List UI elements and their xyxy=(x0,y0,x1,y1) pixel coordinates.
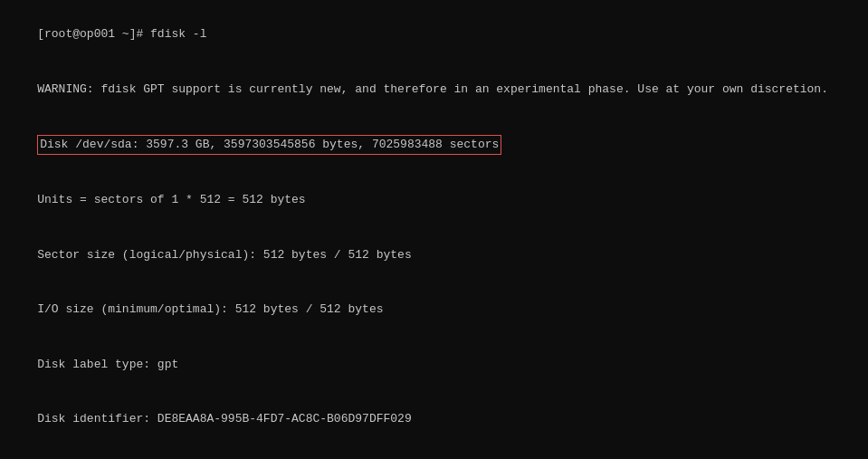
disk-sda-highlight: Disk /dev/sda: 3597.3 GB, 3597303545856 … xyxy=(37,135,501,155)
terminal: [root@op001 ~]# fdisk -l WARNING: fdisk … xyxy=(0,0,868,459)
prompt-text: [root@op001 ~]# fdisk -l xyxy=(37,27,206,41)
sector-size-sda-line: Sector size (logical/physical): 512 byte… xyxy=(9,228,859,282)
prompt-line: [root@op001 ~]# fdisk -l xyxy=(9,7,859,62)
warning-text: WARNING: fdisk GPT support is currently … xyxy=(37,82,828,96)
disk-id-sda-line: Disk identifier: DE8EAA8A-995B-4FD7-AC8C… xyxy=(9,392,859,446)
disk-sda-highlighted-line: Disk /dev/sda: 3597.3 GB, 3597303545856 … xyxy=(9,117,859,173)
io-size-sda-text: I/O size (minimum/optimal): 512 bytes / … xyxy=(37,302,383,316)
disk-label-sda-text: Disk label type: gpt xyxy=(37,358,178,371)
disk-label-sda-line: Disk label type: gpt xyxy=(9,338,859,392)
io-size-sda-line: I/O size (minimum/optimal): 512 bytes / … xyxy=(9,282,859,337)
units-sda-text: Units = sectors of 1 * 512 = 512 bytes xyxy=(37,193,305,206)
blank-1 xyxy=(9,446,859,459)
units-sda-line: Units = sectors of 1 * 512 = 512 bytes xyxy=(9,173,859,227)
warning-line: WARNING: fdisk GPT support is currently … xyxy=(9,62,859,116)
sector-size-sda-text: Sector size (logical/physical): 512 byte… xyxy=(37,248,411,262)
disk-id-sda-text: Disk identifier: DE8EAA8A-995B-4FD7-AC8C… xyxy=(37,412,411,426)
